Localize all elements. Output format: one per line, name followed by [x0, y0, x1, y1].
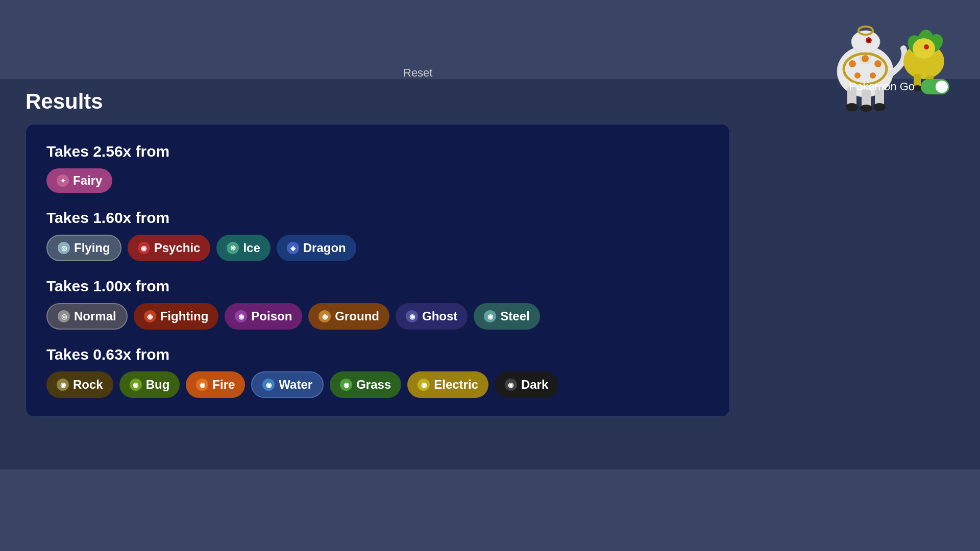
type-badge-fighting[interactable]: ◉ Fighting: [134, 303, 219, 330]
bug-icon: ◉: [130, 379, 142, 391]
steel-label: Steel: [500, 309, 529, 323]
svg-point-22: [913, 38, 935, 59]
ghost-icon: ◉: [406, 310, 418, 322]
fighting-label: Fighting: [160, 309, 209, 323]
grass-label: Grass: [356, 378, 391, 392]
fire-icon: ◉: [196, 379, 208, 391]
ice-label: Ice: [243, 241, 260, 255]
bug-label: Bug: [146, 378, 170, 392]
grass-icon: ◉: [340, 379, 352, 391]
electric-icon: ◉: [418, 379, 430, 391]
type-badge-electric[interactable]: ◉ Electric: [407, 371, 488, 398]
svg-point-11: [867, 39, 870, 42]
bottom-bar: [0, 469, 980, 551]
section-063-badges: ◉ Rock ◉ Bug ◉ Fire ◉ Water ◉ Grass: [46, 371, 709, 398]
type-badge-grass[interactable]: ◉ Grass: [330, 371, 401, 398]
type-badge-normal[interactable]: ◎ Normal: [46, 303, 128, 330]
svg-point-17: [854, 72, 861, 79]
dark-icon: ◉: [505, 379, 517, 391]
type-badge-fairy[interactable]: ✦ Fairy: [46, 168, 112, 193]
section-063: Takes 0.63x from ◉ Rock ◉ Bug ◉ Fire ◉ W…: [46, 346, 709, 398]
svg-point-16: [870, 72, 876, 79]
type-badge-dragon[interactable]: ◈ Dragon: [277, 235, 356, 261]
type-badge-fire[interactable]: ◉ Fire: [186, 371, 245, 398]
ghost-label: Ghost: [422, 309, 457, 323]
rock-icon: ◉: [57, 379, 69, 391]
type-badge-steel[interactable]: ◉ Steel: [474, 303, 540, 330]
svg-point-14: [862, 55, 869, 62]
section-256: Takes 2.56x from ✦ Fairy: [46, 143, 709, 193]
svg-point-23: [924, 44, 929, 49]
electric-label: Electric: [434, 378, 478, 392]
section-063-title: Takes 0.63x from: [46, 346, 709, 363]
dragon-label: Dragon: [303, 241, 346, 255]
fighting-icon: ◉: [144, 310, 156, 322]
type-badge-bug[interactable]: ◉ Bug: [119, 371, 180, 398]
section-100-title: Takes 1.00x from: [46, 278, 709, 295]
flying-label: Flying: [74, 241, 110, 255]
poison-label: Poison: [251, 309, 292, 323]
flying-icon: ◎: [58, 242, 70, 254]
water-icon: ◉: [262, 379, 275, 391]
type-badge-ghost[interactable]: ◉ Ghost: [396, 303, 468, 330]
section-100-badges: ◎ Normal ◉ Fighting ◉ Poison ◉ Ground ◉: [46, 303, 709, 330]
section-160-badges: ◎ Flying ◉ Psychic ❋ Ice ◈ Dragon: [46, 235, 709, 261]
dragon-icon: ◈: [287, 242, 299, 254]
reset-button[interactable]: Reset: [403, 66, 432, 80]
psychic-icon: ◉: [138, 242, 150, 254]
fire-label: Fire: [212, 378, 235, 392]
svg-point-15: [874, 60, 881, 67]
svg-point-13: [849, 60, 856, 67]
section-256-title: Takes 2.56x from: [46, 143, 709, 160]
section-100: Takes 1.00x from ◎ Normal ◉ Fighting ◉ P…: [46, 278, 709, 330]
psychic-label: Psychic: [154, 241, 201, 255]
fairy-icon: ✦: [57, 174, 69, 187]
main-content: Results Takes 2.56x from ✦ Fairy Takes 1…: [10, 79, 970, 417]
type-badge-psychic[interactable]: ◉ Psychic: [128, 235, 211, 261]
normal-label: Normal: [74, 309, 116, 323]
rock-label: Rock: [73, 378, 103, 392]
normal-icon: ◎: [58, 310, 70, 322]
type-badge-water[interactable]: ◉ Water: [251, 371, 324, 398]
type-badge-poison[interactable]: ◉ Poison: [225, 303, 302, 330]
type-badge-ground[interactable]: ◉ Ground: [308, 303, 389, 330]
results-card: Takes 2.56x from ✦ Fairy Takes 1.60x fro…: [26, 124, 730, 417]
poison-icon: ◉: [235, 310, 247, 322]
section-256-badges: ✦ Fairy: [46, 168, 709, 193]
page-title: Results: [26, 89, 954, 114]
water-label: Water: [279, 378, 312, 392]
section-160-title: Takes 1.60x from: [46, 209, 709, 227]
type-badge-rock[interactable]: ◉ Rock: [46, 371, 113, 398]
dark-label: Dark: [521, 378, 548, 392]
ice-icon: ❋: [227, 242, 239, 254]
section-160: Takes 1.60x from ◎ Flying ◉ Psychic ❋ Ic…: [46, 209, 709, 261]
ground-label: Ground: [335, 309, 379, 323]
ground-icon: ◉: [318, 310, 331, 322]
type-badge-flying[interactable]: ◎ Flying: [46, 235, 121, 261]
type-badge-ice[interactable]: ❋ Ice: [216, 235, 270, 261]
steel-icon: ◉: [484, 310, 496, 322]
type-badge-dark[interactable]: ◉ Dark: [495, 371, 558, 398]
fairy-label: Fairy: [73, 173, 102, 188]
